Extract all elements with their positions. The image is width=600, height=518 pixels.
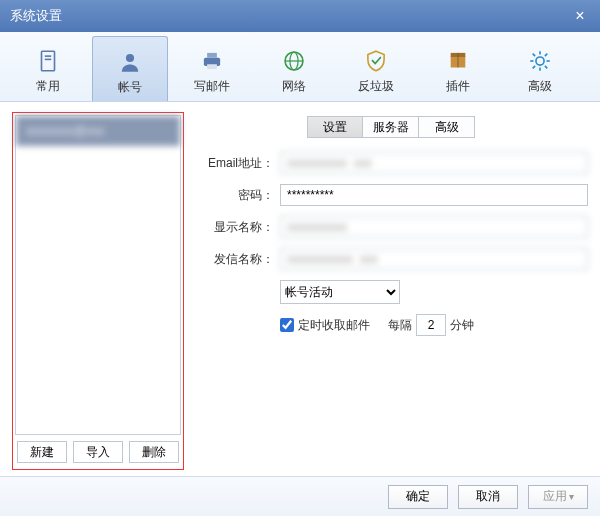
toolbar-label: 帐号 xyxy=(118,79,142,96)
settings-form: Email地址： 密码： 显示名称： 发信名称： 帐号活动 xyxy=(194,152,588,346)
account-panel: xxxxxxxx@xxx 新建 导入 删除 xyxy=(12,112,184,470)
account-list[interactable]: xxxxxxxx@xxx xyxy=(15,115,181,435)
password-field[interactable] xyxy=(280,184,588,206)
svg-line-21 xyxy=(533,66,535,68)
window-title: 系统设置 xyxy=(10,7,62,25)
gear-icon xyxy=(527,48,553,74)
svg-line-20 xyxy=(545,54,547,56)
toolbar-label: 反垃圾 xyxy=(358,78,394,95)
sender-name-field[interactable] xyxy=(280,248,588,270)
tab-common[interactable]: 常用 xyxy=(10,36,86,101)
password-label: 密码： xyxy=(194,187,274,204)
sender-name-label: 发信名称： xyxy=(194,251,274,268)
svg-line-18 xyxy=(533,54,535,56)
subtab-server[interactable]: 服务器 xyxy=(363,116,419,138)
tab-advanced[interactable]: 高级 xyxy=(502,36,578,101)
svg-point-13 xyxy=(536,57,544,65)
user-icon xyxy=(117,49,143,75)
toolbar-label: 插件 xyxy=(446,78,470,95)
timer-unit-label: 分钟 xyxy=(450,317,474,334)
chevron-down-icon: ▾ xyxy=(569,491,574,502)
shield-icon xyxy=(363,48,389,74)
timer-interval-field[interactable] xyxy=(416,314,446,336)
subtab-advanced[interactable]: 高级 xyxy=(419,116,475,138)
dialog-footer: 确定 取消 应用▾ xyxy=(0,476,600,516)
toolbar-label: 高级 xyxy=(528,78,552,95)
svg-rect-6 xyxy=(207,64,217,69)
toolbar-label: 常用 xyxy=(36,78,60,95)
tab-spam[interactable]: 反垃圾 xyxy=(338,36,414,101)
svg-rect-5 xyxy=(207,53,217,58)
main-toolbar: 常用 帐号 写邮件 网络 反垃圾 插件 高级 xyxy=(0,32,600,102)
email-label: Email地址： xyxy=(194,155,274,172)
account-detail: 设置 服务器 高级 Email地址： 密码： 显示名称： 发信名称： xyxy=(194,112,588,470)
display-name-label: 显示名称： xyxy=(194,219,274,236)
title-bar: 系统设置 × xyxy=(0,0,600,32)
box-icon xyxy=(445,48,471,74)
apply-button[interactable]: 应用▾ xyxy=(528,485,588,509)
display-name-field[interactable] xyxy=(280,216,588,238)
svg-line-19 xyxy=(545,66,547,68)
page-icon xyxy=(35,48,61,74)
timer-every-label: 每隔 xyxy=(388,317,412,334)
email-field[interactable] xyxy=(280,152,588,174)
timer-check-label: 定时收取邮件 xyxy=(298,317,370,334)
tab-compose[interactable]: 写邮件 xyxy=(174,36,250,101)
tab-account[interactable]: 帐号 xyxy=(92,36,168,101)
svg-rect-0 xyxy=(42,51,55,71)
cancel-button[interactable]: 取消 xyxy=(458,485,518,509)
timer-checkbox[interactable] xyxy=(280,318,294,332)
import-account-button[interactable]: 导入 xyxy=(73,441,123,463)
printer-icon xyxy=(199,48,225,74)
close-icon[interactable]: × xyxy=(570,7,590,25)
tab-plugin[interactable]: 插件 xyxy=(420,36,496,101)
toolbar-label: 写邮件 xyxy=(194,78,230,95)
account-activity-select[interactable]: 帐号活动 xyxy=(280,280,400,304)
delete-account-button[interactable]: 删除 xyxy=(129,441,179,463)
svg-point-3 xyxy=(126,53,134,61)
globe-icon xyxy=(281,48,307,74)
main-content: xxxxxxxx@xxx 新建 导入 删除 设置 服务器 高级 Email地址：… xyxy=(0,102,600,476)
account-list-item[interactable]: xxxxxxxx@xxx xyxy=(16,116,180,146)
subtab-settings[interactable]: 设置 xyxy=(307,116,363,138)
tab-network[interactable]: 网络 xyxy=(256,36,332,101)
new-account-button[interactable]: 新建 xyxy=(17,441,67,463)
sub-tabs: 设置 服务器 高级 xyxy=(194,116,588,138)
ok-button[interactable]: 确定 xyxy=(388,485,448,509)
toolbar-label: 网络 xyxy=(282,78,306,95)
